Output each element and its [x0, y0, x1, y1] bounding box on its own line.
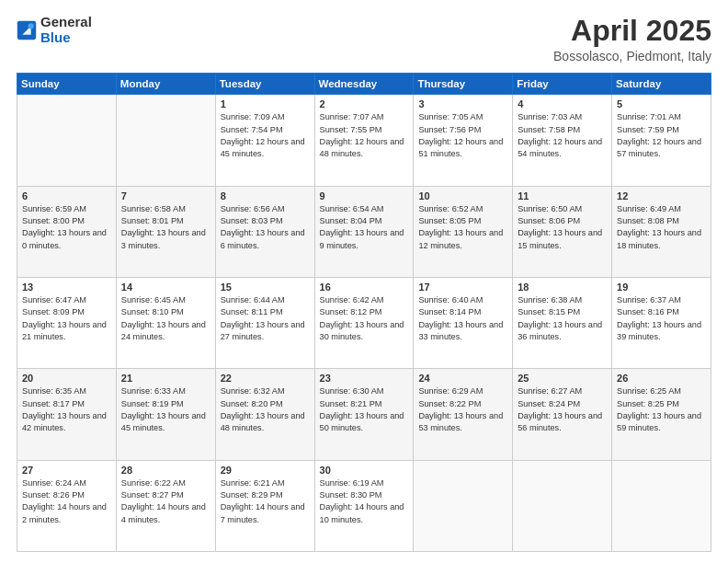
day-number: 26 — [617, 373, 706, 384]
day-info: Sunrise: 6:44 AM Sunset: 8:11 PM Dayligh… — [221, 294, 310, 343]
col-saturday: Saturday — [612, 74, 711, 95]
table-row: 1Sunrise: 7:09 AM Sunset: 7:54 PM Daylig… — [215, 95, 314, 186]
table-row: 9Sunrise: 6:54 AM Sunset: 8:04 PM Daylig… — [314, 186, 414, 277]
day-info: Sunrise: 7:09 AM Sunset: 7:54 PM Dayligh… — [221, 111, 310, 160]
day-number: 29 — [221, 465, 310, 476]
col-tuesday: Tuesday — [215, 74, 314, 95]
day-info: Sunrise: 6:49 AM Sunset: 8:08 PM Dayligh… — [617, 203, 706, 252]
day-number: 18 — [518, 282, 607, 293]
day-number: 8 — [221, 190, 310, 201]
day-info: Sunrise: 6:35 AM Sunset: 8:17 PM Dayligh… — [22, 385, 111, 434]
table-row: 29Sunrise: 6:21 AM Sunset: 8:29 PM Dayli… — [215, 460, 314, 551]
day-info: Sunrise: 6:21 AM Sunset: 8:29 PM Dayligh… — [221, 477, 310, 526]
table-row: 3Sunrise: 7:05 AM Sunset: 7:56 PM Daylig… — [414, 95, 513, 186]
header: General Blue April 2025 Bossolasco, Pied… — [17, 15, 711, 63]
table-row: 12Sunrise: 6:49 AM Sunset: 8:08 PM Dayli… — [612, 186, 711, 277]
day-info: Sunrise: 6:59 AM Sunset: 8:00 PM Dayligh… — [22, 203, 111, 252]
table-row: 30Sunrise: 6:19 AM Sunset: 8:30 PM Dayli… — [314, 460, 414, 551]
day-info: Sunrise: 6:52 AM Sunset: 8:05 PM Dayligh… — [418, 203, 507, 252]
day-info: Sunrise: 6:19 AM Sunset: 8:30 PM Dayligh… — [320, 477, 409, 526]
day-info: Sunrise: 6:30 AM Sunset: 8:21 PM Dayligh… — [320, 385, 409, 434]
table-row: 21Sunrise: 6:33 AM Sunset: 8:19 PM Dayli… — [116, 369, 215, 460]
table-row — [116, 95, 215, 186]
calendar-week-row: 6Sunrise: 6:59 AM Sunset: 8:00 PM Daylig… — [17, 186, 711, 277]
day-info: Sunrise: 6:56 AM Sunset: 8:03 PM Dayligh… — [221, 203, 310, 252]
month-title: April 2025 — [553, 15, 711, 47]
day-number: 5 — [617, 98, 706, 109]
day-info: Sunrise: 6:42 AM Sunset: 8:12 PM Dayligh… — [320, 294, 409, 343]
page: General Blue April 2025 Bossolasco, Pied… — [0, 0, 728, 563]
day-number: 15 — [221, 282, 310, 293]
col-friday: Friday — [513, 74, 612, 95]
day-number: 13 — [22, 282, 111, 293]
table-row — [414, 460, 513, 551]
logo-icon — [17, 20, 37, 40]
day-info: Sunrise: 6:25 AM Sunset: 8:25 PM Dayligh… — [617, 385, 706, 434]
col-monday: Monday — [116, 74, 215, 95]
day-info: Sunrise: 6:37 AM Sunset: 8:16 PM Dayligh… — [617, 294, 706, 343]
table-row: 17Sunrise: 6:40 AM Sunset: 8:14 PM Dayli… — [414, 277, 513, 368]
table-row: 23Sunrise: 6:30 AM Sunset: 8:21 PM Dayli… — [314, 369, 414, 460]
day-number: 11 — [518, 190, 607, 201]
title-block: April 2025 Bossolasco, Piedmont, Italy — [553, 15, 711, 63]
table-row: 10Sunrise: 6:52 AM Sunset: 8:05 PM Dayli… — [414, 186, 513, 277]
day-info: Sunrise: 6:24 AM Sunset: 8:26 PM Dayligh… — [22, 477, 111, 526]
table-row — [612, 460, 711, 551]
table-row: 26Sunrise: 6:25 AM Sunset: 8:25 PM Dayli… — [612, 369, 711, 460]
day-info: Sunrise: 6:47 AM Sunset: 8:09 PM Dayligh… — [22, 294, 111, 343]
day-info: Sunrise: 7:07 AM Sunset: 7:55 PM Dayligh… — [320, 111, 409, 160]
table-row: 13Sunrise: 6:47 AM Sunset: 8:09 PM Dayli… — [17, 277, 117, 368]
location: Bossolasco, Piedmont, Italy — [553, 49, 711, 63]
table-row: 8Sunrise: 6:56 AM Sunset: 8:03 PM Daylig… — [215, 186, 314, 277]
day-number: 27 — [22, 465, 111, 476]
table-row: 16Sunrise: 6:42 AM Sunset: 8:12 PM Dayli… — [314, 277, 414, 368]
day-number: 22 — [221, 373, 310, 384]
table-row: 18Sunrise: 6:38 AM Sunset: 8:15 PM Dayli… — [513, 277, 612, 368]
col-thursday: Thursday — [414, 74, 513, 95]
day-number: 23 — [320, 373, 409, 384]
day-number: 25 — [518, 373, 607, 384]
calendar-week-row: 27Sunrise: 6:24 AM Sunset: 8:26 PM Dayli… — [17, 460, 711, 551]
day-info: Sunrise: 7:03 AM Sunset: 7:58 PM Dayligh… — [518, 111, 607, 160]
day-info: Sunrise: 6:40 AM Sunset: 8:14 PM Dayligh… — [418, 294, 507, 343]
table-row — [513, 460, 612, 551]
table-row: 19Sunrise: 6:37 AM Sunset: 8:16 PM Dayli… — [612, 277, 711, 368]
logo-text: General Blue — [40, 15, 92, 45]
calendar-header-row: Sunday Monday Tuesday Wednesday Thursday… — [17, 74, 711, 95]
day-number: 6 — [22, 190, 111, 201]
svg-point-2 — [28, 23, 34, 29]
day-number: 17 — [418, 282, 507, 293]
logo: General Blue — [17, 15, 92, 45]
table-row — [17, 95, 117, 186]
day-number: 12 — [617, 190, 706, 201]
table-row: 2Sunrise: 7:07 AM Sunset: 7:55 PM Daylig… — [314, 95, 414, 186]
calendar-week-row: 20Sunrise: 6:35 AM Sunset: 8:17 PM Dayli… — [17, 369, 711, 460]
table-row: 5Sunrise: 7:01 AM Sunset: 7:59 PM Daylig… — [612, 95, 711, 186]
day-info: Sunrise: 6:38 AM Sunset: 8:15 PM Dayligh… — [518, 294, 607, 343]
day-number: 14 — [121, 282, 210, 293]
table-row: 25Sunrise: 6:27 AM Sunset: 8:24 PM Dayli… — [513, 369, 612, 460]
calendar-table: Sunday Monday Tuesday Wednesday Thursday… — [17, 73, 711, 552]
table-row: 15Sunrise: 6:44 AM Sunset: 8:11 PM Dayli… — [215, 277, 314, 368]
table-row: 24Sunrise: 6:29 AM Sunset: 8:22 PM Dayli… — [414, 369, 513, 460]
table-row: 27Sunrise: 6:24 AM Sunset: 8:26 PM Dayli… — [17, 460, 117, 551]
day-number: 1 — [221, 98, 310, 109]
day-number: 30 — [320, 465, 409, 476]
table-row: 4Sunrise: 7:03 AM Sunset: 7:58 PM Daylig… — [513, 95, 612, 186]
logo-general: General — [40, 14, 92, 29]
day-info: Sunrise: 6:32 AM Sunset: 8:20 PM Dayligh… — [221, 385, 310, 434]
day-number: 28 — [121, 465, 210, 476]
day-number: 4 — [518, 98, 607, 109]
table-row: 14Sunrise: 6:45 AM Sunset: 8:10 PM Dayli… — [116, 277, 215, 368]
table-row: 7Sunrise: 6:58 AM Sunset: 8:01 PM Daylig… — [116, 186, 215, 277]
day-number: 7 — [121, 190, 210, 201]
day-number: 20 — [22, 373, 111, 384]
day-number: 9 — [320, 190, 409, 201]
col-sunday: Sunday — [17, 74, 117, 95]
table-row: 6Sunrise: 6:59 AM Sunset: 8:00 PM Daylig… — [17, 186, 117, 277]
day-number: 19 — [617, 282, 706, 293]
table-row: 28Sunrise: 6:22 AM Sunset: 8:27 PM Dayli… — [116, 460, 215, 551]
day-number: 24 — [418, 373, 507, 384]
day-info: Sunrise: 6:33 AM Sunset: 8:19 PM Dayligh… — [121, 385, 210, 434]
day-number: 2 — [320, 98, 409, 109]
